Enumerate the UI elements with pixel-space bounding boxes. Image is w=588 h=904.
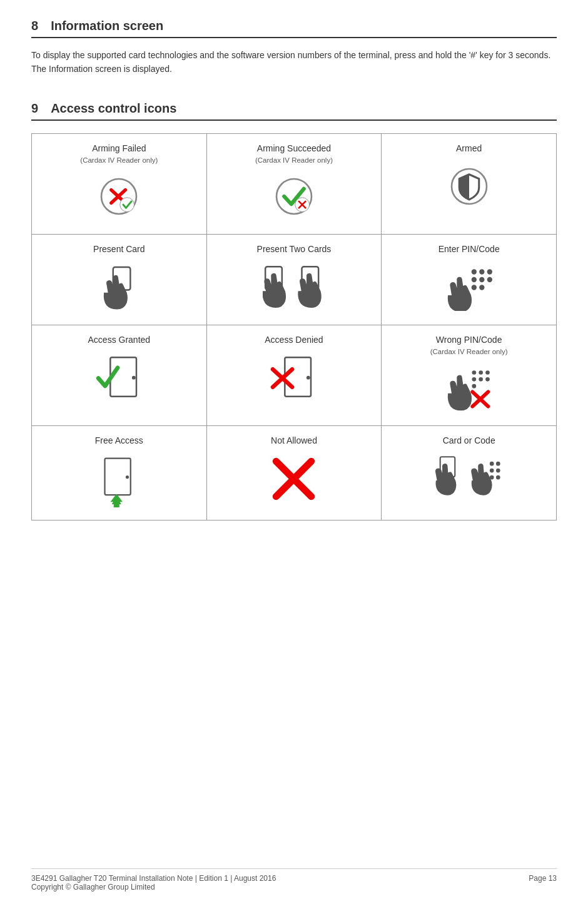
armed-icon bbox=[388, 161, 550, 211]
present-card-title: Present Card bbox=[38, 243, 200, 255]
table-row: Present Card Present Two Cards bbox=[32, 234, 557, 325]
table-row: Access Granted Access Denied bbox=[32, 325, 557, 426]
section-8: 8 Information screen To display the supp… bbox=[31, 19, 557, 76]
svg-point-46 bbox=[496, 468, 500, 472]
cell-card-or-code: Card or Code bbox=[382, 426, 557, 520]
svg-point-14 bbox=[487, 269, 492, 274]
svg-point-21 bbox=[132, 376, 136, 380]
not-allowed-svg bbox=[270, 455, 317, 502]
enter-pin-svg bbox=[445, 264, 492, 311]
cell-present-card: Present Card bbox=[32, 234, 207, 325]
armed-svg bbox=[447, 165, 491, 208]
access-granted-svg bbox=[96, 355, 143, 402]
cell-armed: Armed bbox=[382, 133, 557, 234]
not-allowed-title: Not Allowed bbox=[213, 435, 375, 446]
arming-failed-title: Arming Failed bbox=[38, 143, 200, 154]
arming-failed-subtitle: (Cardax IV Reader only) bbox=[38, 156, 200, 164]
cell-not-allowed: Not Allowed bbox=[206, 426, 382, 520]
present-two-cards-icon bbox=[213, 262, 375, 312]
enter-pin-icon bbox=[388, 262, 550, 312]
section-9-header: 9 Access control icons bbox=[31, 101, 557, 121]
cell-free-access: Free Access bbox=[32, 426, 207, 520]
table-row: Arming Failed (Cardax IV Reader only) bbox=[32, 133, 557, 234]
free-access-svg bbox=[100, 454, 138, 507]
footer-left: 3E4291 Gallagher T20 Terminal Installati… bbox=[31, 874, 276, 891]
svg-point-17 bbox=[487, 277, 492, 282]
section-9-title: Access control icons bbox=[51, 101, 176, 116]
svg-point-3 bbox=[120, 198, 134, 212]
cell-access-granted: Access Granted bbox=[32, 325, 207, 426]
svg-point-18 bbox=[472, 285, 477, 290]
svg-point-45 bbox=[489, 468, 494, 472]
section-8-number: 8 bbox=[31, 19, 38, 33]
present-two-cards-svg bbox=[263, 264, 325, 311]
card-or-code-icon bbox=[388, 454, 550, 504]
wrong-pin-title: Wrong PIN/Code bbox=[388, 334, 550, 345]
access-denied-svg bbox=[270, 355, 317, 402]
present-card-icon bbox=[38, 262, 200, 312]
svg-point-47 bbox=[489, 475, 494, 479]
not-allowed-icon bbox=[213, 454, 375, 504]
svg-point-15 bbox=[472, 277, 477, 282]
svg-point-16 bbox=[479, 277, 484, 282]
section-8-title: Information screen bbox=[51, 19, 163, 33]
svg-point-27 bbox=[479, 370, 483, 375]
svg-point-29 bbox=[472, 377, 477, 382]
cell-arming-succeeded: Arming Succeeded (Cardax IV Reader only) bbox=[206, 133, 382, 234]
section-8-body: To display the supported card technologi… bbox=[31, 48, 557, 76]
svg-point-13 bbox=[479, 269, 484, 274]
free-access-icon bbox=[38, 454, 200, 507]
svg-point-48 bbox=[496, 475, 500, 479]
access-denied-icon bbox=[213, 353, 375, 403]
access-granted-icon bbox=[38, 353, 200, 403]
footer-copyright: Copyright © Gallagher Group Limited bbox=[31, 883, 155, 891]
armed-title: Armed bbox=[388, 143, 550, 154]
svg-point-19 bbox=[479, 285, 484, 290]
svg-point-12 bbox=[472, 269, 477, 274]
wrong-pin-svg bbox=[445, 365, 492, 412]
wrong-pin-icon bbox=[388, 363, 550, 413]
cell-present-two-cards: Present Two Cards bbox=[206, 234, 382, 325]
cell-access-denied: Access Denied bbox=[206, 325, 382, 426]
section-8-text: To display the supported card technologi… bbox=[31, 48, 557, 76]
access-granted-title: Access Granted bbox=[38, 334, 200, 345]
svg-point-28 bbox=[485, 370, 490, 375]
section-9-number: 9 bbox=[31, 101, 38, 116]
svg-point-31 bbox=[485, 377, 490, 382]
svg-point-44 bbox=[496, 461, 500, 465]
svg-point-30 bbox=[479, 377, 483, 382]
arming-failed-svg bbox=[97, 175, 141, 218]
footer-doc-info: 3E4291 Gallagher T20 Terminal Installati… bbox=[31, 874, 276, 883]
card-or-code-title: Card or Code bbox=[388, 435, 550, 446]
table-row: Free Access bbox=[32, 426, 557, 520]
footer-page: Page 13 bbox=[529, 874, 557, 891]
cell-enter-pin: Enter PIN/Code bbox=[382, 234, 557, 325]
enter-pin-title: Enter PIN/Code bbox=[388, 243, 550, 255]
cell-wrong-pin: Wrong PIN/Code (Cardax IV Reader only) bbox=[382, 325, 557, 426]
arming-succeeded-svg bbox=[272, 175, 316, 218]
arming-succeeded-subtitle: (Cardax IV Reader only) bbox=[213, 156, 375, 164]
svg-point-23 bbox=[307, 376, 310, 380]
svg-point-32 bbox=[472, 384, 477, 389]
svg-rect-39 bbox=[114, 500, 119, 507]
arming-failed-icon bbox=[38, 171, 200, 221]
section-8-header: 8 Information screen bbox=[31, 19, 557, 38]
svg-point-26 bbox=[472, 370, 477, 375]
arming-succeeded-icon bbox=[213, 171, 375, 221]
section-9: 9 Access control icons Arming Failed (Ca… bbox=[31, 101, 557, 521]
card-or-code-svg bbox=[435, 454, 504, 504]
free-access-title: Free Access bbox=[38, 435, 200, 446]
access-icons-table: Arming Failed (Cardax IV Reader only) bbox=[31, 133, 557, 521]
wrong-pin-subtitle: (Cardax IV Reader only) bbox=[388, 348, 550, 355]
svg-point-43 bbox=[489, 461, 494, 465]
present-card-svg bbox=[99, 264, 139, 311]
access-denied-title: Access Denied bbox=[213, 334, 375, 345]
svg-point-36 bbox=[126, 475, 129, 478]
footer: 3E4291 Gallagher T20 Terminal Installati… bbox=[31, 868, 557, 891]
present-two-cards-title: Present Two Cards bbox=[213, 243, 375, 255]
arming-succeeded-title: Arming Succeeded bbox=[213, 143, 375, 154]
cell-arming-failed: Arming Failed (Cardax IV Reader only) bbox=[32, 133, 207, 234]
